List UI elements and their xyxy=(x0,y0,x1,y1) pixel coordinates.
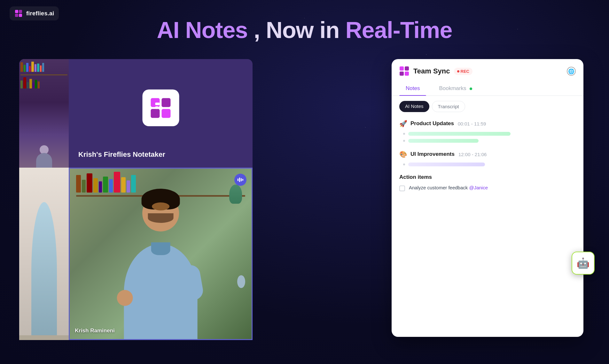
logo-text: fireflies.ai xyxy=(26,10,54,17)
krish-video-background xyxy=(70,169,252,339)
participant-name-label: Krish Ramineni xyxy=(75,328,115,334)
bullet-item xyxy=(403,163,576,166)
audio-bar-2 xyxy=(239,178,240,182)
video-panel: Krish's Fireflies Notetaker xyxy=(19,59,253,340)
svg-rect-7 xyxy=(151,109,160,118)
room-background xyxy=(19,168,69,340)
tab-notes[interactable]: Notes xyxy=(399,81,426,95)
svg-rect-14 xyxy=(405,72,409,76)
notes-content: 🚀 Product Updates 00:01 - 11:59 🎨 UI Imp… xyxy=(392,117,583,337)
rec-badge: REC xyxy=(454,68,472,75)
audio-bar-3 xyxy=(241,178,242,181)
action-items-section: Action items Analyze customer feedback @… xyxy=(399,174,576,191)
notes-tabs: Notes Bookmarks xyxy=(392,81,583,96)
skeleton-line-green-short xyxy=(408,139,479,143)
bullet-dot xyxy=(403,140,405,142)
action-item-text: Analyze customer feedback @Janice xyxy=(409,185,488,190)
audio-bars xyxy=(238,178,243,182)
krish-video: Krish Ramineni xyxy=(69,168,253,340)
audio-bar-4 xyxy=(242,179,243,181)
notetaker-logo-box xyxy=(142,89,179,126)
svg-rect-4 xyxy=(19,14,22,17)
svg-rect-10 xyxy=(155,106,159,109)
bullet-dot xyxy=(403,163,405,165)
svg-rect-2 xyxy=(19,10,22,13)
meeting-name: Team Sync xyxy=(413,67,450,75)
navigation: fireflies.ai xyxy=(0,0,609,27)
section-ui-improvements-header: 🎨 UI Improvements 12:00 - 21:06 xyxy=(399,150,576,158)
action-item-checkbox[interactable] xyxy=(399,186,405,191)
section-2-bullets xyxy=(403,163,576,166)
notes-title-row: Team Sync REC xyxy=(399,66,472,76)
section-2-emoji: 🎨 xyxy=(399,150,407,158)
sub-tab-transcript[interactable]: Transcript xyxy=(432,101,465,112)
action-item-description: Analyze customer feedback xyxy=(409,185,468,190)
svg-rect-9 xyxy=(155,102,160,105)
svg-rect-13 xyxy=(400,72,404,76)
bookmarks-active-dot xyxy=(470,87,472,90)
svg-rect-11 xyxy=(400,66,404,71)
sub-tabs: AI Notes Transcript xyxy=(392,96,583,117)
notetaker-logo xyxy=(150,97,172,119)
skeleton-line-green-long xyxy=(408,132,511,136)
audio-bar-1 xyxy=(238,178,238,181)
bullet-item xyxy=(403,139,576,143)
freddy-bot-widget[interactable]: 🤖 xyxy=(572,252,595,275)
action-item-row: Analyze customer feedback @Janice xyxy=(399,185,576,191)
section-1-time: 00:01 - 11:59 xyxy=(458,121,486,126)
thumb-top xyxy=(19,59,69,168)
svg-rect-6 xyxy=(162,98,171,107)
svg-rect-3 xyxy=(15,14,18,17)
thumb-background xyxy=(19,59,69,168)
content-area: Krish's Fireflies Notetaker xyxy=(0,59,609,364)
bullet-item xyxy=(403,132,576,136)
section-1-emoji: 🚀 xyxy=(399,120,407,127)
svg-rect-8 xyxy=(162,109,171,118)
section-1-bullets xyxy=(403,132,576,143)
svg-rect-12 xyxy=(405,66,409,71)
section-2-time: 12:00 - 21:06 xyxy=(458,152,487,157)
section-1-title: Product Updates xyxy=(410,120,454,127)
rec-label: REC xyxy=(461,69,469,74)
logo-container[interactable]: fireflies.ai xyxy=(10,6,59,20)
notes-header: Team Sync REC 🌐 xyxy=(392,59,583,76)
bullet-dot xyxy=(403,133,405,135)
rec-dot xyxy=(457,70,459,72)
notes-panel: Team Sync REC 🌐 Notes Bookmarks AI Notes xyxy=(392,59,583,337)
tab-bookmarks[interactable]: Bookmarks xyxy=(433,81,479,95)
sub-tab-ai-notes[interactable]: AI Notes xyxy=(399,101,429,112)
sidebar-strip xyxy=(19,59,69,340)
fireflies-logo-icon xyxy=(14,9,23,18)
audio-indicator xyxy=(234,174,246,186)
section-product-updates-header: 🚀 Product Updates 00:01 - 11:59 xyxy=(399,120,576,127)
notetaker-name: Krish's Fireflies Notetaker xyxy=(78,150,165,159)
action-items-title: Action items xyxy=(399,174,576,180)
notetaker-card: Krish's Fireflies Notetaker xyxy=(69,59,253,168)
skeleton-line-purple xyxy=(408,163,485,166)
robot-face-icon: 🤖 xyxy=(577,257,589,269)
notes-panel-logo xyxy=(399,66,410,76)
thumb-bottom xyxy=(19,168,69,340)
globe-icon[interactable]: 🌐 xyxy=(567,67,576,76)
action-item-mention: @Janice xyxy=(469,185,488,190)
svg-rect-1 xyxy=(15,10,18,13)
section-2-title: UI Improvements xyxy=(410,151,455,157)
